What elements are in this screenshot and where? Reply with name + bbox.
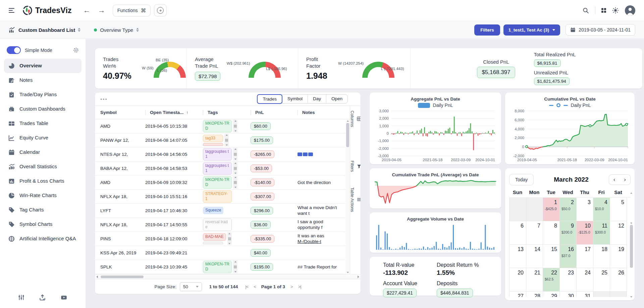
calendar-day-11[interactable]: 11$300.0 <box>593 221 610 245</box>
table-row[interactable]: NFLX Apr 18,2019-04-17 14:50:55reversal … <box>95 218 350 232</box>
brand-logo[interactable]: TradesViz <box>22 5 72 15</box>
calendar-day-18[interactable]: 18 <box>593 245 610 268</box>
sidebar-item-trades-table[interactable]: Trades Table <box>4 116 82 131</box>
calendar-day-23[interactable]: 23 <box>560 268 577 292</box>
column-header-notes[interactable]: Notes <box>298 106 345 119</box>
column-header-open-timesta[interactable]: Open Timesta...↑ <box>145 106 203 119</box>
calendar-day-25[interactable]: 25 <box>593 268 610 292</box>
sidebar-item-equity-curve[interactable]: Equity Curve <box>4 131 82 145</box>
back-arrow-icon[interactable]: ← <box>83 6 91 15</box>
calendar-day-5[interactable]: 5 <box>610 198 627 221</box>
tag-cell-scrollbar[interactable] <box>233 162 237 175</box>
tab-day[interactable]: Day <box>308 95 326 103</box>
sidebar-item-symbol-charts[interactable]: Symbol Charts <box>4 217 82 232</box>
tag-cell-scrollbar[interactable] <box>233 176 237 189</box>
calendar-day-13[interactable]: 13 <box>509 245 526 268</box>
calendar-day-3[interactable]: 3 <box>577 198 593 221</box>
add-button[interactable]: + <box>154 4 167 16</box>
sidebar-item-tag-charts[interactable]: Tag Charts <box>4 203 82 217</box>
sidebar-item-overview[interactable]: Overview <box>4 59 82 73</box>
calendar-day-2[interactable]: 2$50.0 <box>560 198 577 221</box>
calendar-day-17[interactable]: 17 <box>577 245 593 268</box>
calendar-day-20[interactable]: 20 <box>509 268 526 292</box>
calendar-scrollbar[interactable] <box>629 192 633 298</box>
note-image-thumbnails[interactable] <box>298 152 313 156</box>
table-row[interactable]: AMD2019-04-09 10:09:32MKOPEN-TRD-$140.00… <box>95 176 350 190</box>
filters-panel-button[interactable]: Filters <box>350 161 361 172</box>
upload-icon[interactable] <box>39 294 46 301</box>
type-selector[interactable]: Overview Type <box>100 27 133 33</box>
horizontal-scrollbar[interactable] <box>95 274 361 279</box>
calendar-day-15[interactable]: 15 <box>543 245 560 268</box>
calendar-day-14[interactable]: 14 <box>526 245 543 268</box>
calendar-day-10[interactable]: 10-$125.0 <box>577 221 593 245</box>
calendar-day-19[interactable]: 19 <box>610 245 627 268</box>
calendar-prev-icon[interactable]: ‹ <box>609 175 620 185</box>
calendar-day-8[interactable]: 8 <box>543 221 560 245</box>
page-size-select[interactable]: 50 <box>180 282 202 291</box>
dashboard-selector-chevrons-icon[interactable] <box>78 28 80 32</box>
table-row[interactable]: NFLX Apr 18,2019-04-10 15:51:16STRATEGY-… <box>95 190 350 204</box>
calendar-day-24[interactable]: 24 <box>577 268 593 292</box>
tag-cell-scrollbar[interactable] <box>227 232 232 245</box>
calendar-day-26[interactable]: 26 <box>610 268 627 292</box>
dashboard-selector[interactable]: Custom Dashboard List <box>18 27 75 33</box>
youtube-icon[interactable] <box>60 294 67 301</box>
tab-open[interactable]: Open <box>326 95 347 103</box>
note-link[interactable]: M-/Double-t <box>298 239 324 244</box>
sidebar-item-custom-dashboards[interactable]: Custom Dashboards <box>4 102 82 116</box>
today-button[interactable]: Today <box>509 174 534 185</box>
table-row[interactable]: AMD2019-04-05 10:15:38MKOPEN-TRD$60.00 <box>95 119 350 133</box>
calendar-next-icon[interactable]: › <box>620 175 630 185</box>
column-header-symbol[interactable]: Symbol <box>95 106 145 119</box>
calendar-day-30[interactable]: 30 <box>560 292 577 297</box>
theme-sun-icon[interactable] <box>612 7 619 14</box>
calendar-day-31[interactable]: 31 <box>577 292 593 297</box>
column-header-pnl[interactable]: PnL <box>251 106 298 119</box>
date-range-picker[interactable]: 2019-03-05 - 2024-11-01 <box>566 24 635 36</box>
vertical-scrollbar[interactable] <box>345 119 350 274</box>
sidebar-item-calendar[interactable]: Calendar <box>4 145 82 160</box>
type-selector-chevrons-icon[interactable] <box>136 28 139 32</box>
forward-arrow-icon[interactable]: → <box>98 6 105 15</box>
first-page-button[interactable]: |< <box>245 284 248 289</box>
account-selector[interactable]: 1_test1, Test Ac (3) <box>503 24 560 36</box>
table-actions-button[interactable]: Table Actions <box>350 187 361 212</box>
gear-icon[interactable] <box>73 47 79 53</box>
sidebar-item-trade-day-plans[interactable]: Trade/Day Plans <box>4 87 82 102</box>
calendar-day-28[interactable]: 28 <box>526 292 543 297</box>
calendar-day-7[interactable]: 7 <box>526 221 543 245</box>
sidebar-item-notes[interactable]: Notes <box>4 73 82 87</box>
sidebar-item-profit-loss-charts[interactable]: Profit & Loss Charts <box>4 174 82 188</box>
simple-mode-toggle[interactable] <box>7 46 21 54</box>
sidebar-item-overall-statistics[interactable]: $Overall Statistics <box>4 160 82 174</box>
calendar-day-29[interactable]: 29 <box>543 292 560 297</box>
sliders-icon[interactable] <box>18 294 24 301</box>
table-row[interactable]: BABA Apr 12,2019-04-08 14:58:53taggroupt… <box>95 162 350 176</box>
calendar-day-27[interactable]: 27 <box>509 292 526 297</box>
sidebar-item-artificial-intelligence-q-a[interactable]: Artificial Intelligence Q&A <box>4 232 82 246</box>
column-header-tags[interactable]: Tags <box>203 106 251 119</box>
panel-menu-icon[interactable]: ••• <box>100 96 108 102</box>
apps-grid-icon[interactable] <box>601 8 606 13</box>
calendar-day-1[interactable]: 1-$425.0 <box>543 198 560 221</box>
table-row[interactable]: KSS Apr 26, 20192019-04-23 09:49:21$40.0… <box>95 246 350 260</box>
tab-trades[interactable]: Trades <box>257 94 282 104</box>
tag-cell-scrollbar[interactable] <box>224 134 229 146</box>
next-page-button[interactable]: > <box>290 284 293 289</box>
search-icon[interactable] <box>583 7 589 14</box>
last-page-button[interactable]: >| <box>298 284 301 289</box>
tag-cell-scrollbar[interactable] <box>233 148 237 161</box>
table-row[interactable]: PINS2019-04-18 12:09:00BAD-MAE-$335.00It… <box>95 232 350 246</box>
filters-button[interactable]: Filters <box>474 24 500 36</box>
table-row[interactable]: SPLK2019-04-23 10:39:45MKOPEN-TRD$195.00… <box>95 260 350 274</box>
user-avatar[interactable] <box>625 5 635 16</box>
calendar-day-16[interactable]: 16$37.0 <box>560 245 577 268</box>
tag-cell-scrollbar[interactable] <box>233 260 237 273</box>
menu-icon[interactable] <box>9 8 14 13</box>
calendar-day-12[interactable]: 12 <box>610 221 627 245</box>
tab-symbol[interactable]: Symbol <box>282 95 308 103</box>
table-row[interactable]: PANW Apr 12,2019-04-08 14:07:05tag33$175… <box>95 133 350 147</box>
table-row[interactable]: LYFT2019-04-17 10:46:30Squeeze$296.00Wha… <box>95 204 350 218</box>
columns-panel-button[interactable]: Columns <box>350 111 361 127</box>
